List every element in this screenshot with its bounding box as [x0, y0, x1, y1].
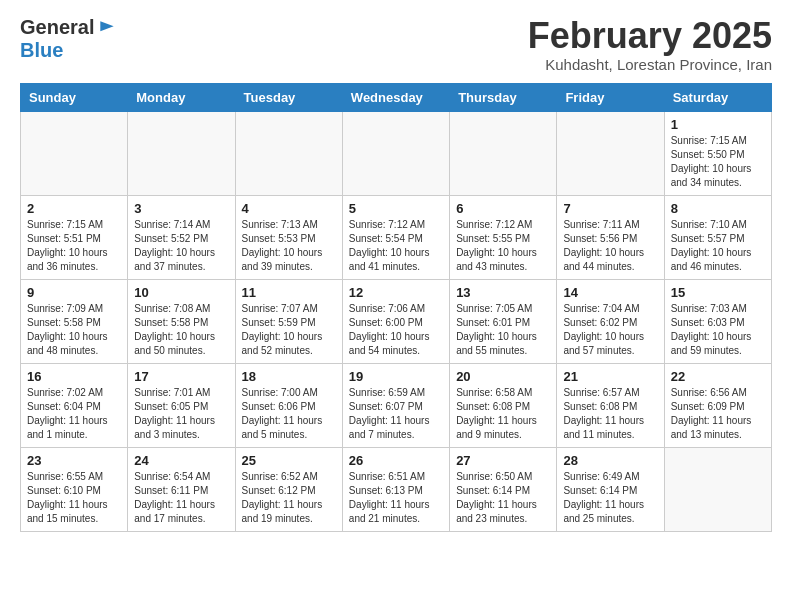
calendar-cell: 19Sunrise: 6:59 AM Sunset: 6:07 PM Dayli… — [342, 363, 449, 447]
day-info: Sunrise: 7:09 AM Sunset: 5:58 PM Dayligh… — [27, 302, 121, 358]
day-info: Sunrise: 7:12 AM Sunset: 5:54 PM Dayligh… — [349, 218, 443, 274]
day-info: Sunrise: 6:54 AM Sunset: 6:11 PM Dayligh… — [134, 470, 228, 526]
logo-flag-icon — [97, 18, 117, 38]
calendar-week-row: 2Sunrise: 7:15 AM Sunset: 5:51 PM Daylig… — [21, 195, 772, 279]
calendar-cell: 4Sunrise: 7:13 AM Sunset: 5:53 PM Daylig… — [235, 195, 342, 279]
day-number: 9 — [27, 285, 121, 300]
calendar-cell: 13Sunrise: 7:05 AM Sunset: 6:01 PM Dayli… — [450, 279, 557, 363]
month-year-title: February 2025 — [528, 16, 772, 56]
day-number: 16 — [27, 369, 121, 384]
calendar-cell: 16Sunrise: 7:02 AM Sunset: 6:04 PM Dayli… — [21, 363, 128, 447]
calendar-cell: 11Sunrise: 7:07 AM Sunset: 5:59 PM Dayli… — [235, 279, 342, 363]
weekday-header-friday: Friday — [557, 83, 664, 111]
calendar-cell: 23Sunrise: 6:55 AM Sunset: 6:10 PM Dayli… — [21, 447, 128, 531]
calendar-cell: 2Sunrise: 7:15 AM Sunset: 5:51 PM Daylig… — [21, 195, 128, 279]
calendar-cell: 26Sunrise: 6:51 AM Sunset: 6:13 PM Dayli… — [342, 447, 449, 531]
day-number: 6 — [456, 201, 550, 216]
weekday-header-thursday: Thursday — [450, 83, 557, 111]
calendar-cell: 17Sunrise: 7:01 AM Sunset: 6:05 PM Dayli… — [128, 363, 235, 447]
header: General Blue February 2025 Kuhdasht, Lor… — [20, 16, 772, 73]
day-info: Sunrise: 7:07 AM Sunset: 5:59 PM Dayligh… — [242, 302, 336, 358]
day-info: Sunrise: 6:50 AM Sunset: 6:14 PM Dayligh… — [456, 470, 550, 526]
day-number: 26 — [349, 453, 443, 468]
weekday-header-wednesday: Wednesday — [342, 83, 449, 111]
day-number: 11 — [242, 285, 336, 300]
day-info: Sunrise: 7:10 AM Sunset: 5:57 PM Dayligh… — [671, 218, 765, 274]
calendar-cell: 3Sunrise: 7:14 AM Sunset: 5:52 PM Daylig… — [128, 195, 235, 279]
calendar-cell — [450, 111, 557, 195]
calendar-cell: 25Sunrise: 6:52 AM Sunset: 6:12 PM Dayli… — [235, 447, 342, 531]
weekday-header-tuesday: Tuesday — [235, 83, 342, 111]
calendar-cell — [21, 111, 128, 195]
day-number: 10 — [134, 285, 228, 300]
calendar-cell: 12Sunrise: 7:06 AM Sunset: 6:00 PM Dayli… — [342, 279, 449, 363]
day-number: 13 — [456, 285, 550, 300]
calendar-cell: 9Sunrise: 7:09 AM Sunset: 5:58 PM Daylig… — [21, 279, 128, 363]
calendar-week-row: 9Sunrise: 7:09 AM Sunset: 5:58 PM Daylig… — [21, 279, 772, 363]
day-info: Sunrise: 7:11 AM Sunset: 5:56 PM Dayligh… — [563, 218, 657, 274]
day-info: Sunrise: 6:52 AM Sunset: 6:12 PM Dayligh… — [242, 470, 336, 526]
day-info: Sunrise: 7:05 AM Sunset: 6:01 PM Dayligh… — [456, 302, 550, 358]
calendar-cell: 6Sunrise: 7:12 AM Sunset: 5:55 PM Daylig… — [450, 195, 557, 279]
logo-blue-text: Blue — [20, 39, 63, 62]
weekday-header-saturday: Saturday — [664, 83, 771, 111]
calendar-cell: 24Sunrise: 6:54 AM Sunset: 6:11 PM Dayli… — [128, 447, 235, 531]
day-number: 12 — [349, 285, 443, 300]
day-number: 27 — [456, 453, 550, 468]
day-number: 21 — [563, 369, 657, 384]
day-number: 15 — [671, 285, 765, 300]
day-number: 22 — [671, 369, 765, 384]
day-info: Sunrise: 7:00 AM Sunset: 6:06 PM Dayligh… — [242, 386, 336, 442]
weekday-header-monday: Monday — [128, 83, 235, 111]
day-number: 3 — [134, 201, 228, 216]
logo-general-text: General — [20, 16, 94, 39]
calendar-cell — [557, 111, 664, 195]
day-info: Sunrise: 6:56 AM Sunset: 6:09 PM Dayligh… — [671, 386, 765, 442]
location-subtitle: Kuhdasht, Lorestan Province, Iran — [528, 56, 772, 73]
day-info: Sunrise: 7:04 AM Sunset: 6:02 PM Dayligh… — [563, 302, 657, 358]
day-info: Sunrise: 7:15 AM Sunset: 5:51 PM Dayligh… — [27, 218, 121, 274]
calendar-cell: 5Sunrise: 7:12 AM Sunset: 5:54 PM Daylig… — [342, 195, 449, 279]
calendar-cell — [128, 111, 235, 195]
day-info: Sunrise: 7:03 AM Sunset: 6:03 PM Dayligh… — [671, 302, 765, 358]
calendar-cell: 22Sunrise: 6:56 AM Sunset: 6:09 PM Dayli… — [664, 363, 771, 447]
day-number: 5 — [349, 201, 443, 216]
day-number: 28 — [563, 453, 657, 468]
calendar-header-row: SundayMondayTuesdayWednesdayThursdayFrid… — [21, 83, 772, 111]
calendar-cell: 28Sunrise: 6:49 AM Sunset: 6:14 PM Dayli… — [557, 447, 664, 531]
day-info: Sunrise: 7:01 AM Sunset: 6:05 PM Dayligh… — [134, 386, 228, 442]
day-info: Sunrise: 7:02 AM Sunset: 6:04 PM Dayligh… — [27, 386, 121, 442]
calendar-cell — [235, 111, 342, 195]
day-info: Sunrise: 6:49 AM Sunset: 6:14 PM Dayligh… — [563, 470, 657, 526]
svg-marker-0 — [101, 21, 114, 31]
day-info: Sunrise: 7:15 AM Sunset: 5:50 PM Dayligh… — [671, 134, 765, 190]
calendar-cell: 21Sunrise: 6:57 AM Sunset: 6:08 PM Dayli… — [557, 363, 664, 447]
calendar-cell: 14Sunrise: 7:04 AM Sunset: 6:02 PM Dayli… — [557, 279, 664, 363]
day-number: 14 — [563, 285, 657, 300]
day-info: Sunrise: 7:08 AM Sunset: 5:58 PM Dayligh… — [134, 302, 228, 358]
calendar-cell: 1Sunrise: 7:15 AM Sunset: 5:50 PM Daylig… — [664, 111, 771, 195]
day-number: 19 — [349, 369, 443, 384]
calendar-cell: 18Sunrise: 7:00 AM Sunset: 6:06 PM Dayli… — [235, 363, 342, 447]
calendar-cell: 7Sunrise: 7:11 AM Sunset: 5:56 PM Daylig… — [557, 195, 664, 279]
calendar-cell — [664, 447, 771, 531]
day-info: Sunrise: 6:59 AM Sunset: 6:07 PM Dayligh… — [349, 386, 443, 442]
page: General Blue February 2025 Kuhdasht, Lor… — [0, 0, 792, 552]
calendar-week-row: 16Sunrise: 7:02 AM Sunset: 6:04 PM Dayli… — [21, 363, 772, 447]
logo: General Blue — [20, 16, 117, 62]
calendar-cell: 20Sunrise: 6:58 AM Sunset: 6:08 PM Dayli… — [450, 363, 557, 447]
day-number: 2 — [27, 201, 121, 216]
day-number: 23 — [27, 453, 121, 468]
day-info: Sunrise: 6:51 AM Sunset: 6:13 PM Dayligh… — [349, 470, 443, 526]
day-info: Sunrise: 7:13 AM Sunset: 5:53 PM Dayligh… — [242, 218, 336, 274]
calendar-table: SundayMondayTuesdayWednesdayThursdayFrid… — [20, 83, 772, 532]
day-number: 7 — [563, 201, 657, 216]
calendar-cell: 27Sunrise: 6:50 AM Sunset: 6:14 PM Dayli… — [450, 447, 557, 531]
calendar-cell: 8Sunrise: 7:10 AM Sunset: 5:57 PM Daylig… — [664, 195, 771, 279]
day-number: 18 — [242, 369, 336, 384]
day-info: Sunrise: 7:12 AM Sunset: 5:55 PM Dayligh… — [456, 218, 550, 274]
day-info: Sunrise: 6:55 AM Sunset: 6:10 PM Dayligh… — [27, 470, 121, 526]
calendar-cell — [342, 111, 449, 195]
day-number: 8 — [671, 201, 765, 216]
day-number: 17 — [134, 369, 228, 384]
